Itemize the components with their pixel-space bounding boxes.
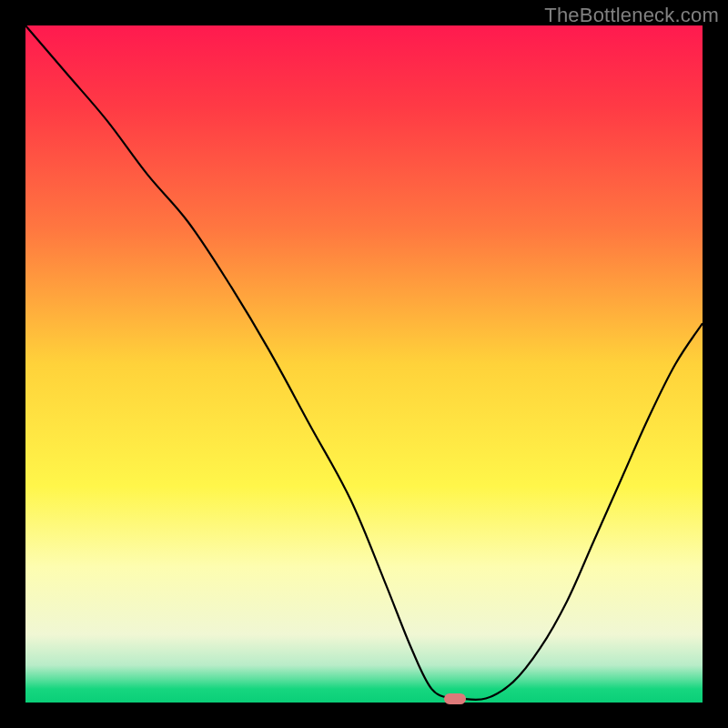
watermark-text: TheBottleneck.com [544, 4, 719, 27]
plot-inner [25, 25, 703, 703]
optimal-point-marker [444, 693, 466, 704]
chart-frame: TheBottleneck.com [0, 0, 728, 728]
plot-area [25, 25, 703, 703]
curve-path [25, 25, 703, 700]
bottleneck-curve [25, 25, 703, 703]
